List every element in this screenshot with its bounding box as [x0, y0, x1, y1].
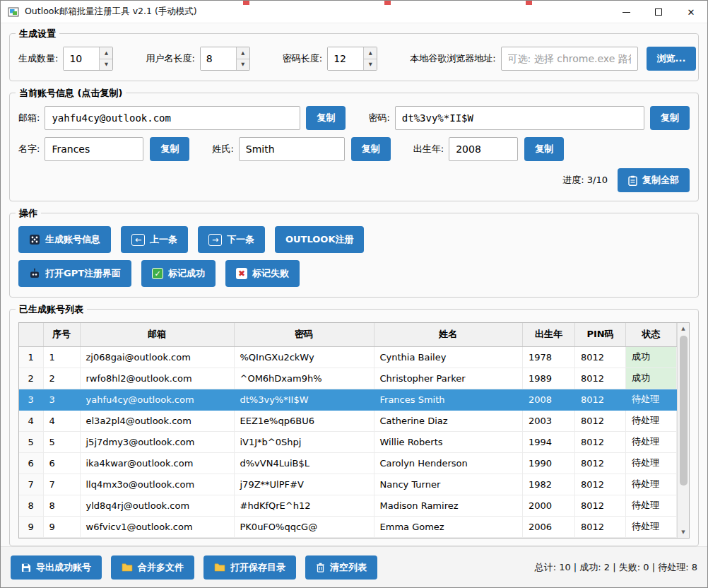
- cell-password[interactable]: EEZ1e%qp6BU6: [234, 410, 374, 431]
- copy-first-name-button[interactable]: 复制: [150, 137, 189, 161]
- merge-files-button[interactable]: 合并多文件: [111, 555, 194, 580]
- export-success-button[interactable]: 导出成功账号: [11, 555, 102, 580]
- cell-name[interactable]: Carolyn Henderson: [374, 452, 523, 474]
- chrome-path-input[interactable]: [501, 47, 638, 71]
- cell-status[interactable]: 待处理: [626, 431, 677, 452]
- column-header[interactable]: 序号: [43, 323, 80, 346]
- gen-count-input[interactable]: [64, 47, 99, 70]
- mark-fail-button[interactable]: ✖ 标记失败: [225, 260, 300, 287]
- scrollbar-thumb[interactable]: [680, 336, 688, 486]
- cell-password[interactable]: dt%3vy%*II$W: [234, 389, 374, 410]
- cell-pin[interactable]: 8012: [575, 474, 626, 495]
- cell-status[interactable]: 待处理: [626, 410, 677, 431]
- cell-password[interactable]: d%vVN4LuiB$L: [234, 452, 374, 474]
- cell-rownum[interactable]: 3: [19, 389, 43, 410]
- cell-year[interactable]: 1990: [523, 452, 575, 474]
- cell-status[interactable]: 待处理: [626, 389, 677, 410]
- cell-password[interactable]: PK0uFO%qqcG@: [234, 516, 374, 537]
- table-row[interactable]: 55j5j7dmy3@outlook.comiV1J*b^0ShpjWillie…: [19, 431, 677, 452]
- cell-pin[interactable]: 8012: [575, 368, 626, 389]
- cell-name[interactable]: Madison Ramirez: [374, 495, 523, 516]
- cell-name[interactable]: Emma Gomez: [374, 516, 523, 537]
- cell-pin[interactable]: 8012: [575, 431, 626, 452]
- table-row[interactable]: 77llq4mx3o@outlook.comj79Z**UlPF#VNancy …: [19, 474, 677, 495]
- table-row[interactable]: 22rwfo8hl2@outlook.com^OM6hDxam9h%Christ…: [19, 368, 677, 389]
- copy-birth-year-button[interactable]: 复制: [524, 137, 564, 161]
- cell-status[interactable]: 待处理: [626, 452, 677, 474]
- copy-email-button[interactable]: 复制: [306, 106, 346, 130]
- cell-email[interactable]: yahfu4cy@outlook.com: [80, 389, 234, 410]
- cell-rownum[interactable]: 1: [19, 346, 43, 368]
- cell-pin[interactable]: 8012: [575, 516, 626, 537]
- cell-status[interactable]: 待处理: [626, 474, 677, 495]
- cell-pin[interactable]: 8012: [575, 389, 626, 410]
- username-length-down-button[interactable]: ▼: [237, 59, 249, 71]
- browse-button[interactable]: 浏览...: [647, 47, 697, 71]
- cell-year[interactable]: 2006: [523, 516, 575, 537]
- password-length-up-button[interactable]: ▲: [364, 47, 377, 59]
- cell-status[interactable]: 成功: [626, 346, 677, 368]
- cell-status[interactable]: 待处理: [626, 495, 677, 516]
- cell-email[interactable]: ika4kwar@outlook.com: [80, 452, 234, 474]
- cell-name[interactable]: Christopher Parker: [374, 368, 523, 389]
- gen-count-up-button[interactable]: ▲: [100, 47, 112, 59]
- birth-year-field[interactable]: [449, 137, 518, 161]
- cell-seq[interactable]: 7: [43, 474, 80, 495]
- scroll-down-icon[interactable]: ▼: [678, 527, 689, 538]
- table-row[interactable]: 88yld8q4rj@outlook.com#hdKfQrE^h12Madiso…: [19, 495, 677, 516]
- cell-email[interactable]: j5j7dmy3@outlook.com: [80, 431, 234, 452]
- cell-rownum[interactable]: 9: [19, 516, 43, 537]
- cell-seq[interactable]: 5: [43, 431, 80, 452]
- password-length-input[interactable]: [328, 47, 363, 70]
- cell-password[interactable]: #hdKfQrE^h12: [234, 495, 374, 516]
- cell-rownum[interactable]: 2: [19, 368, 43, 389]
- cell-seq[interactable]: 4: [43, 410, 80, 431]
- cell-name[interactable]: Cynthia Bailey: [374, 346, 523, 368]
- column-header[interactable]: 出生年: [523, 323, 575, 346]
- cell-password[interactable]: %QInGXu2ckWy: [234, 346, 374, 368]
- generate-accounts-button[interactable]: 生成账号信息: [18, 226, 111, 253]
- cell-seq[interactable]: 6: [43, 452, 80, 474]
- cell-name[interactable]: Willie Roberts: [374, 431, 523, 452]
- table-row[interactable]: 44el3a2pl4@outlook.comEEZ1e%qp6BU6Cather…: [19, 410, 677, 431]
- cell-name[interactable]: Nancy Turner: [374, 474, 523, 495]
- cell-name[interactable]: Frances Smith: [374, 389, 523, 410]
- column-header[interactable]: 状态: [626, 323, 677, 346]
- cell-rownum[interactable]: 5: [19, 431, 43, 452]
- cell-year[interactable]: 2003: [523, 410, 575, 431]
- username-length-input[interactable]: [201, 47, 236, 70]
- cell-rownum[interactable]: 7: [19, 474, 43, 495]
- cell-email[interactable]: yld8q4rj@outlook.com: [80, 495, 234, 516]
- cell-pin[interactable]: 8012: [575, 452, 626, 474]
- minimize-button[interactable]: [610, 1, 642, 23]
- copy-last-name-button[interactable]: 复制: [351, 137, 391, 161]
- column-header[interactable]: PIN码: [575, 323, 626, 346]
- first-name-field[interactable]: [45, 137, 143, 161]
- username-length-up-button[interactable]: ▲: [237, 47, 249, 59]
- table-row[interactable]: 66ika4kwar@outlook.comd%vVN4LuiB$LCaroly…: [19, 452, 677, 474]
- cell-seq[interactable]: 9: [43, 516, 80, 537]
- clear-list-button[interactable]: 清空列表: [305, 555, 377, 580]
- cell-rownum[interactable]: 6: [19, 452, 43, 474]
- cell-password[interactable]: j79Z**UlPF#V: [234, 474, 374, 495]
- cell-year[interactable]: 2008: [523, 389, 575, 410]
- cell-name[interactable]: Catherine Diaz: [374, 410, 523, 431]
- cell-status[interactable]: 待处理: [626, 516, 677, 537]
- cell-rownum[interactable]: 8: [19, 495, 43, 516]
- password-field[interactable]: [395, 106, 644, 130]
- cell-seq[interactable]: 8: [43, 495, 80, 516]
- table-row[interactable]: 33yahfu4cy@outlook.comdt%3vy%*II$WFrance…: [19, 389, 677, 410]
- column-header[interactable]: 邮箱: [80, 323, 234, 346]
- close-button[interactable]: ✕: [675, 1, 707, 23]
- open-gpt-register-button[interactable]: 打开GPT注册界面: [18, 260, 131, 287]
- mark-success-button[interactable]: ✓ 标记成功: [141, 260, 216, 287]
- cell-pin[interactable]: 8012: [575, 410, 626, 431]
- outlook-register-button[interactable]: OUTLOOK注册: [275, 226, 364, 253]
- next-item-button[interactable]: → 下一条: [198, 226, 265, 253]
- copy-all-button[interactable]: 复制全部: [618, 168, 690, 192]
- email-field[interactable]: [45, 106, 300, 130]
- gen-count-down-button[interactable]: ▼: [100, 59, 112, 71]
- scroll-up-icon[interactable]: ▲: [678, 323, 689, 334]
- column-header[interactable]: 姓名: [374, 323, 523, 346]
- column-header[interactable]: 密码: [234, 323, 374, 346]
